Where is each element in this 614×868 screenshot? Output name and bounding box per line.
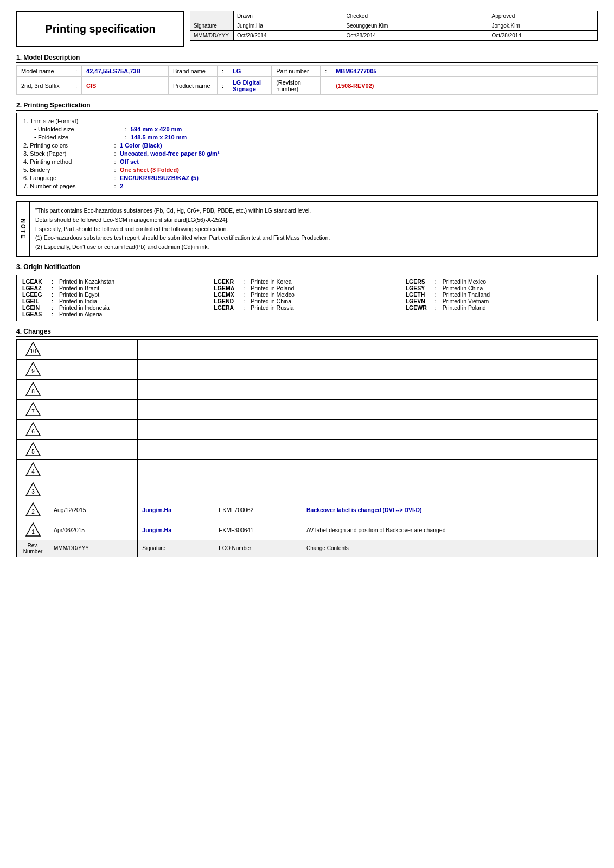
rev-9: 9 — [17, 359, 49, 379]
spec-item-7: 7. Number of pages : 2 — [23, 183, 591, 189]
lgemx-code: LGEMX — [214, 291, 241, 298]
model-name-value: 42,47,55LS75A,73B — [82, 66, 169, 77]
sig-10 — [138, 339, 214, 359]
eco-7 — [214, 399, 302, 419]
sig-4 — [138, 459, 214, 480]
lgeil-desc: Printed in India — [59, 298, 97, 304]
spec-num-5: 5. Bindery — [23, 167, 110, 173]
sig-5 — [138, 439, 214, 459]
spec-colon-6: : — [110, 175, 120, 181]
rev-10: 10 — [17, 339, 49, 359]
change-row-9: 9 — [17, 359, 598, 379]
model-table: Model name : 42,47,55LS75A,73B Brand nam… — [16, 65, 598, 95]
change-row-10: 10 — [17, 339, 598, 359]
lgemx-desc: Printed in Mexico — [251, 291, 295, 298]
change-row-5: 5 — [17, 439, 598, 459]
spec-item-6: 6. Language : ENG/UKR/RUS/UZB/KAZ (5) — [23, 175, 591, 181]
lgein-code: LGEIN — [22, 304, 49, 311]
approved-sig: Jongok.Kim — [488, 21, 598, 31]
sig-6 — [138, 419, 214, 439]
origin-grid: LGEAK:Printed in Kazakhstan LGEAZ:Printe… — [22, 278, 592, 317]
date-label: MMM/DD/YYY — [190, 31, 234, 41]
desc-7 — [302, 399, 597, 419]
model-colon1: : — [71, 66, 82, 77]
change-row-1: 1 Apr/06/2015 Jungim.Ha EKMF300641 AV la… — [17, 520, 598, 540]
note-line-3: Especially, Part should be followed and … — [35, 225, 330, 234]
date-5 — [49, 439, 138, 459]
section4-title: 4. Changes — [16, 328, 598, 337]
spec-val-3: Uncoated, wood-free paper 80 g/m² — [120, 150, 219, 157]
revision-value: (1508-REV02) — [331, 77, 598, 95]
spec-num-4: 4. Printing method — [23, 158, 110, 165]
triangle-2-icon: 2 — [25, 502, 41, 516]
lgema-desc: Printed in Poland — [251, 285, 294, 291]
eco-8 — [214, 379, 302, 399]
note-content: "This part contains Eco-hazardous substa… — [30, 202, 335, 256]
signature-label: Signature — [190, 21, 234, 31]
note-line-2: Details should be followed Eco-SCM manag… — [35, 215, 330, 225]
drawn-sig: Jungim.Ha — [234, 21, 343, 31]
approved-label: Approved — [488, 11, 598, 21]
lgewr-code: LGEWR — [406, 304, 433, 311]
svg-text:2: 2 — [31, 509, 35, 515]
lgend-desc: Printed in China — [251, 298, 291, 304]
spec-val-7: 2 — [120, 183, 123, 189]
changes-footer: Rev. Number MMM/DD/YYY Signature ECO Num… — [17, 540, 598, 557]
desc-6 — [302, 419, 597, 439]
lgeeg-code: LGEEG — [22, 291, 49, 298]
eco-10 — [214, 339, 302, 359]
lgein-desc: Printed in Indonesia — [59, 304, 110, 311]
eco-5 — [214, 439, 302, 459]
spec-val-2: 1 Color (Black) — [120, 142, 162, 149]
spec-item-4: 4. Printing method : Off set — [23, 158, 591, 165]
lgeil-code: LGEIL — [22, 298, 49, 304]
change-row-8: 8 — [17, 379, 598, 399]
lgegr-desc: Printed in Korea — [251, 278, 291, 285]
product-label: Product name — [169, 77, 218, 95]
date-9 — [49, 359, 138, 379]
origin-lgevn: LGEVN:Printed in Vietnam — [406, 298, 592, 304]
unfolded-colon: : — [121, 126, 131, 132]
lgevn-code: LGEVN — [406, 298, 433, 304]
approval-table: Drawn Checked Approved Signature Jungim.… — [190, 11, 598, 41]
note-line-1: "This part contains Eco-hazardous substa… — [35, 206, 330, 215]
approved-date: Oct/28/2014 — [488, 31, 598, 41]
spec-num-3: 3. Stock (Paper) — [23, 150, 110, 157]
triangle-8-icon: 8 — [25, 382, 41, 396]
origin-lgein: LGEIN:Printed in Indonesia — [22, 304, 208, 311]
desc-9 — [302, 359, 597, 379]
origin-lgemx: LGEMX:Printed in Mexico — [214, 291, 400, 298]
rev-1: 1 — [17, 520, 49, 540]
lgeas-code: LGEAS — [22, 311, 49, 317]
suffix-value: CIS — [82, 77, 169, 95]
rev-6: 6 — [17, 419, 49, 439]
product-colon: : — [218, 77, 228, 95]
brand-value: LG — [228, 66, 272, 77]
lgeaz-code: LGEAZ — [22, 285, 49, 291]
eco-4 — [214, 459, 302, 480]
lgend-code: LGEND — [214, 298, 241, 304]
origin-lgegr: LGEKR:Printed in Korea — [214, 278, 400, 285]
svg-text:10: 10 — [30, 348, 36, 354]
origin-lgewr: LGEWR:Printed in Poland — [406, 304, 592, 311]
checked-date: Oct/28/2014 — [343, 31, 488, 41]
svg-text:3: 3 — [31, 489, 35, 495]
svg-text:1: 1 — [31, 529, 35, 535]
note-box: NOTE "This part contains Eco-hazardous s… — [16, 201, 598, 257]
footer-desc: Change Contents — [302, 540, 597, 557]
brand-label: Brand name — [169, 66, 218, 77]
printing-spec-box: 1. Trim size (Format) • Unfolded size : … — [16, 113, 598, 196]
desc-10 — [302, 339, 597, 359]
note-line-5: (2) Especially, Don't use or contain lea… — [35, 242, 330, 252]
spec-colon-2: : — [110, 142, 120, 149]
sig-2: Jungim.Ha — [138, 500, 214, 520]
rev-3: 3 — [17, 480, 49, 500]
change-row-2: 2 Aug/12/2015 Jungim.Ha EKMF700062 Backc… — [17, 500, 598, 520]
date-1: Apr/06/2015 — [49, 520, 138, 540]
origin-lgend: LGEND:Printed in China — [214, 298, 400, 304]
svg-text:6: 6 — [31, 429, 35, 435]
change-row-6: 6 — [17, 419, 598, 439]
spec-num-2: 2. Printing colors — [23, 142, 110, 149]
spec-colon-4: : — [110, 158, 120, 165]
lgema-code: LGEMA — [214, 285, 241, 291]
